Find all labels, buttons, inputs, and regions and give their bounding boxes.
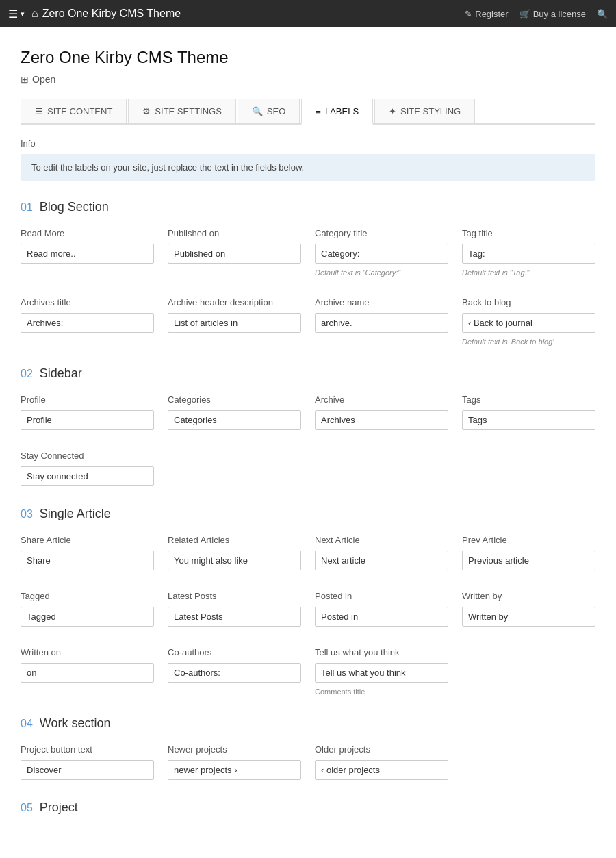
single-article-fields-row2: Tagged Latest Posts Posted in Written by bbox=[21, 591, 595, 627]
section-05-title: Project bbox=[40, 800, 78, 815]
main-container: Zero One Kirby CMS Theme ⊞ Open ☰ SITE C… bbox=[0, 27, 616, 858]
tab-site-content[interactable]: ☰ SITE CONTENT bbox=[21, 99, 127, 123]
section-04-num: 04 bbox=[21, 718, 33, 730]
field-latest-posts-input[interactable] bbox=[168, 607, 301, 627]
section-02-title: Sidebar bbox=[40, 366, 82, 381]
field-archives-title: Archives title bbox=[21, 297, 154, 346]
field-tag-title: Tag title Default text is "Tag:" bbox=[462, 228, 595, 277]
field-related-articles: Related Articles bbox=[168, 535, 301, 570]
field-archives-title-input[interactable] bbox=[21, 313, 154, 333]
info-box: To edit the labels on your site, just re… bbox=[21, 154, 595, 181]
field-stay-connected-input[interactable] bbox=[21, 466, 154, 486]
field-posted-in-input[interactable] bbox=[315, 607, 448, 627]
field-archive-name-label: Archive name bbox=[315, 297, 448, 307]
field-written-on-input[interactable] bbox=[21, 663, 154, 683]
navbar: ☰ ▾ ⌂ Zero One Kirby CMS Theme ✎ Registe… bbox=[0, 0, 616, 27]
field-archive-header-desc: Archive header description bbox=[168, 297, 301, 346]
field-archive-name-input[interactable] bbox=[315, 313, 448, 333]
field-read-more-label: Read More bbox=[21, 228, 154, 238]
field-tell-us-what-you-think-input[interactable] bbox=[315, 663, 448, 683]
field-back-to-blog-label: Back to blog bbox=[462, 297, 595, 307]
section-03-title: Single Article bbox=[40, 507, 111, 521]
register-link[interactable]: ✎ Register bbox=[465, 9, 508, 19]
field-related-articles-input[interactable] bbox=[168, 551, 301, 570]
field-older-projects-input[interactable] bbox=[315, 760, 448, 780]
field-archive: Archive bbox=[315, 394, 448, 430]
field-tags-label: Tags bbox=[462, 394, 595, 405]
field-older-projects-label: Older projects bbox=[315, 744, 448, 755]
home-icon: ⌂ bbox=[31, 8, 38, 20]
section-02-num: 02 bbox=[21, 368, 33, 380]
field-stay-connected-label: Stay Connected bbox=[21, 451, 154, 461]
field-placeholder-4 bbox=[462, 647, 595, 696]
blog-section-fields-row2: Archives title Archive header descriptio… bbox=[21, 297, 595, 346]
field-written-on-label: Written on bbox=[21, 647, 154, 657]
field-tag-title-default: Default text is "Tag:" bbox=[462, 268, 595, 277]
field-newer-projects-input[interactable] bbox=[168, 760, 301, 780]
field-tags: Tags bbox=[462, 394, 595, 430]
field-profile: Profile bbox=[21, 394, 154, 430]
field-tag-title-input[interactable] bbox=[462, 244, 595, 264]
field-project-button-text-input[interactable] bbox=[21, 760, 154, 780]
field-share-article: Share Article bbox=[21, 535, 154, 570]
field-archive-label: Archive bbox=[315, 394, 448, 405]
hamburger-menu[interactable]: ☰ ▾ bbox=[8, 8, 25, 21]
field-back-to-blog-default: Default text is 'Back to blog' bbox=[462, 338, 595, 346]
field-read-more-input[interactable] bbox=[21, 244, 154, 264]
field-published-on-input[interactable] bbox=[168, 244, 301, 264]
section-02-header: 02 Sidebar bbox=[21, 366, 595, 381]
field-profile-input[interactable] bbox=[21, 410, 154, 430]
section-04-title: Work section bbox=[40, 716, 111, 731]
field-latest-posts: Latest Posts bbox=[168, 591, 301, 627]
hamburger-icon: ☰ bbox=[8, 8, 18, 21]
tab-bar: ☰ SITE CONTENT ⚙ SITE SETTINGS 🔍 SEO ≡ L… bbox=[21, 99, 595, 125]
buy-license-link[interactable]: 🛒 Buy a license bbox=[519, 9, 586, 19]
chevron-icon: ▾ bbox=[21, 10, 25, 18]
field-prev-article-input[interactable] bbox=[462, 551, 595, 570]
section-05-num: 05 bbox=[21, 802, 33, 814]
field-latest-posts-label: Latest Posts bbox=[168, 591, 301, 601]
field-newer-projects: Newer projects bbox=[168, 744, 301, 780]
field-tagged: Tagged bbox=[21, 591, 154, 627]
section-05-header: 05 Project bbox=[21, 800, 595, 815]
field-written-by-input[interactable] bbox=[462, 607, 595, 627]
field-archive-input[interactable] bbox=[315, 410, 448, 430]
field-tagged-input[interactable] bbox=[21, 607, 154, 627]
field-project-button-text-label: Project button text bbox=[21, 744, 154, 755]
field-category-title-input[interactable] bbox=[315, 244, 448, 264]
tab-site-styling-label: SITE STYLING bbox=[400, 106, 461, 116]
field-back-to-blog-input[interactable] bbox=[462, 313, 595, 333]
section-01-title: Blog Section bbox=[40, 200, 109, 214]
open-link[interactable]: ⊞ Open bbox=[21, 74, 595, 85]
field-next-article: Next Article bbox=[315, 535, 448, 570]
section-03-header: 03 Single Article bbox=[21, 507, 595, 521]
field-co-authors-label: Co-authors bbox=[168, 647, 301, 657]
field-older-projects: Older projects bbox=[315, 744, 448, 780]
section-01-num: 01 bbox=[21, 201, 33, 214]
blog-section-fields-row1: Read More Published on Category title De… bbox=[21, 228, 595, 277]
field-written-on: Written on bbox=[21, 647, 154, 696]
field-category-title: Category title Default text is "Category… bbox=[315, 228, 448, 277]
field-prev-article-label: Prev Article bbox=[462, 535, 595, 545]
field-profile-label: Profile bbox=[21, 394, 154, 405]
single-article-fields-row1: Share Article Related Articles Next Arti… bbox=[21, 535, 595, 570]
field-posted-in: Posted in bbox=[315, 591, 448, 627]
field-tell-us-what-you-think: Tell us what you think Comments title bbox=[315, 647, 448, 696]
tab-site-settings[interactable]: ⚙ SITE SETTINGS bbox=[128, 99, 236, 123]
tab-labels[interactable]: ≡ LABELS bbox=[301, 99, 373, 125]
field-tags-input[interactable] bbox=[462, 410, 595, 430]
tab-seo[interactable]: 🔍 SEO bbox=[238, 99, 300, 123]
field-next-article-input[interactable] bbox=[315, 551, 448, 570]
field-tag-title-label: Tag title bbox=[462, 228, 595, 238]
field-share-article-input[interactable] bbox=[21, 551, 154, 570]
field-written-by-label: Written by bbox=[462, 591, 595, 601]
open-icon: ⊞ bbox=[21, 74, 29, 85]
section-03-num: 03 bbox=[21, 508, 33, 520]
tab-site-styling[interactable]: ✦ SITE STYLING bbox=[374, 99, 475, 123]
field-archive-header-desc-input[interactable] bbox=[168, 313, 301, 333]
field-comments-title-note: Comments title bbox=[315, 687, 448, 696]
field-category-title-label: Category title bbox=[315, 228, 448, 238]
field-co-authors-input[interactable] bbox=[168, 663, 301, 683]
search-link[interactable]: 🔍 bbox=[597, 9, 608, 19]
field-categories-input[interactable] bbox=[168, 410, 301, 430]
